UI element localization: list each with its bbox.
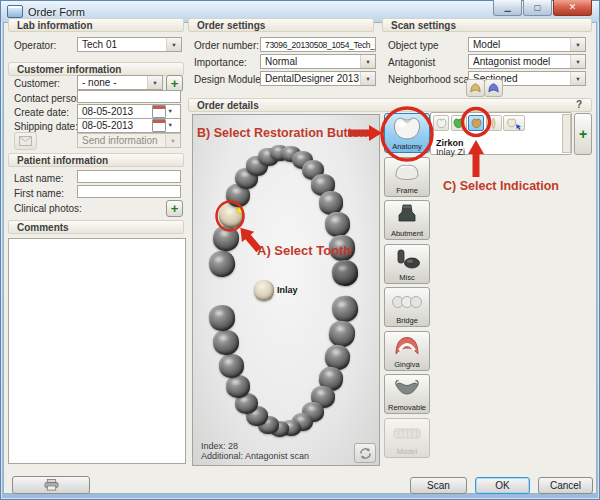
- neighborhood-scan-label: Neighborhood scan: [388, 74, 475, 85]
- chevron-down-icon: [165, 134, 180, 147]
- tooth-lower-15[interactable]: [212, 330, 239, 357]
- model-icon: [391, 419, 423, 447]
- tooth-lower-1[interactable]: [330, 294, 360, 324]
- send-information-button[interactable]: [14, 132, 37, 150]
- indication-button-crown-green[interactable]: [451, 115, 467, 131]
- indication-scrollbar[interactable]: [562, 114, 571, 153]
- restoration-button-gingiva[interactable]: Gingiva: [384, 331, 430, 371]
- indication-button-inlay-gold[interactable]: [468, 115, 484, 131]
- add-order-line-button[interactable]: [574, 113, 592, 155]
- shipping-date-label: Shipping date:: [14, 121, 78, 132]
- restoration-button-anatomy[interactable]: Anatomy: [384, 113, 430, 153]
- comments-header: Comments: [8, 220, 184, 234]
- restoration-button-column: AnatomyFrameAbutmentMiscBridgeGingivaRem…: [384, 113, 430, 458]
- maximize-button[interactable]: ▢: [523, 0, 552, 16]
- tooth-upper-2[interactable]: [211, 225, 240, 254]
- last-name-input[interactable]: [77, 170, 181, 183]
- help-link[interactable]: ?: [576, 99, 582, 110]
- tooth-lower-16[interactable]: [208, 304, 236, 332]
- operator-select[interactable]: Tech 01: [77, 37, 182, 52]
- gingiva-icon: [392, 332, 422, 360]
- customer-select[interactable]: - none -: [77, 75, 163, 90]
- restoration-button-misc[interactable]: Misc: [384, 244, 430, 284]
- tooth-upper-16[interactable]: [330, 259, 358, 287]
- material-type: Inlay Zi: [436, 147, 465, 157]
- scan-button[interactable]: Scan: [410, 477, 467, 494]
- tooth-chart[interactable]: Inlay Index: 28 Additional: Antagonist s…: [192, 114, 380, 466]
- removable-icon: [392, 375, 422, 403]
- design-module-select[interactable]: DentalDesigner 2013: [260, 71, 376, 86]
- restoration-label: Misc: [399, 273, 414, 283]
- crown-white-icon: [435, 117, 448, 130]
- order-line-panel: Zirkon Inlay Zi: [430, 112, 572, 155]
- lower-jaw-icon: [487, 83, 500, 93]
- clinical-photos-label: Clinical photos:: [14, 203, 82, 214]
- calendar-icon[interactable]: [152, 119, 166, 132]
- indication-button-post[interactable]: [486, 115, 502, 131]
- order-number-input[interactable]: 73096_20130508_1054_Tech_01: [260, 37, 376, 52]
- customer-information-header: Customer information: [8, 62, 184, 76]
- importance-select[interactable]: Normal: [260, 54, 376, 69]
- indication-button-tooth-scan[interactable]: [503, 115, 525, 131]
- object-type-select[interactable]: Model: [468, 37, 586, 52]
- add-clinical-photo-button[interactable]: [166, 200, 183, 217]
- selected-tooth-marker: [236, 207, 243, 214]
- app-icon: [7, 5, 23, 18]
- create-date-input[interactable]: 08-05-2013: [77, 104, 181, 119]
- annotation-b-label: B) Select Restoration Button: [197, 126, 367, 140]
- ok-button[interactable]: OK: [475, 477, 530, 494]
- first-name-input[interactable]: [77, 185, 181, 198]
- tooth-lower-14[interactable]: [218, 353, 244, 378]
- order-form-window: { "window": {"title": "Order Form"}, "se…: [0, 0, 600, 500]
- minimize-button[interactable]: ▁: [493, 0, 522, 16]
- antagonist-label: Antagonist: [388, 57, 435, 68]
- upper-jaw-toggle-button[interactable]: [466, 79, 485, 97]
- lower-jaw-toggle-button[interactable]: [484, 79, 503, 97]
- customer-label: Customer:: [14, 78, 60, 89]
- window-title: Order Form: [28, 6, 85, 18]
- restoration-button-abutment[interactable]: Abutment: [384, 200, 430, 240]
- restoration-button-frame[interactable]: Frame: [384, 157, 430, 197]
- tooth-scan-icon: [505, 117, 524, 130]
- calendar-icon[interactable]: [152, 105, 166, 118]
- order-details-header: Order details: [188, 98, 592, 112]
- restoration-label: Abutment: [391, 229, 423, 239]
- restoration-label: Removable: [388, 403, 426, 413]
- upper-jaw-icon: [469, 83, 482, 93]
- chevron-down-icon: [570, 55, 585, 68]
- rotate-view-button[interactable]: [354, 443, 376, 463]
- tooth-lower-2[interactable]: [327, 319, 356, 348]
- patient-information-header: Patient information: [8, 153, 184, 167]
- send-information-select[interactable]: Send information: [77, 133, 181, 148]
- printer-icon: [44, 479, 59, 491]
- frame-icon: [392, 158, 422, 186]
- inlay-preview-label: Inlay: [277, 285, 298, 295]
- restoration-button-model[interactable]: Model: [384, 418, 430, 458]
- tooth-upper-1[interactable]: [207, 249, 237, 279]
- comments-textarea[interactable]: [8, 238, 186, 464]
- close-button[interactable]: ✕: [553, 0, 592, 16]
- shipping-date-input[interactable]: 08-05-2013: [77, 118, 181, 133]
- cancel-button[interactable]: Cancel: [538, 477, 593, 494]
- indication-button-crown-white[interactable]: [433, 115, 449, 131]
- chevron-down-icon: [360, 55, 375, 68]
- tooth-upper-14[interactable]: [324, 211, 350, 237]
- print-button[interactable]: [12, 476, 90, 494]
- create-date-label: Create date:: [14, 107, 69, 118]
- antagonist-select[interactable]: Antagonist model: [468, 54, 586, 69]
- restoration-button-removable[interactable]: Removable: [384, 374, 430, 414]
- contact-person-input[interactable]: [77, 90, 181, 103]
- restoration-label: Gingiva: [394, 360, 419, 370]
- order-number-label: Order number:: [194, 40, 259, 51]
- inlay-preview-tooth[interactable]: [254, 280, 274, 301]
- restoration-button-bridge[interactable]: Bridge: [384, 287, 430, 327]
- first-name-label: First name:: [14, 188, 64, 199]
- annotation-c-label: C) Select Indication: [443, 179, 559, 193]
- contact-person-label: Contact person:: [14, 93, 85, 104]
- restoration-label: Frame: [396, 186, 418, 196]
- chevron-down-icon: [166, 38, 181, 51]
- restoration-label: Anatomy: [392, 142, 422, 152]
- index-text: Index: 28: [201, 441, 238, 451]
- annotation-a-label: A) Select Tooth: [257, 243, 351, 258]
- restoration-label: Bridge: [396, 316, 418, 326]
